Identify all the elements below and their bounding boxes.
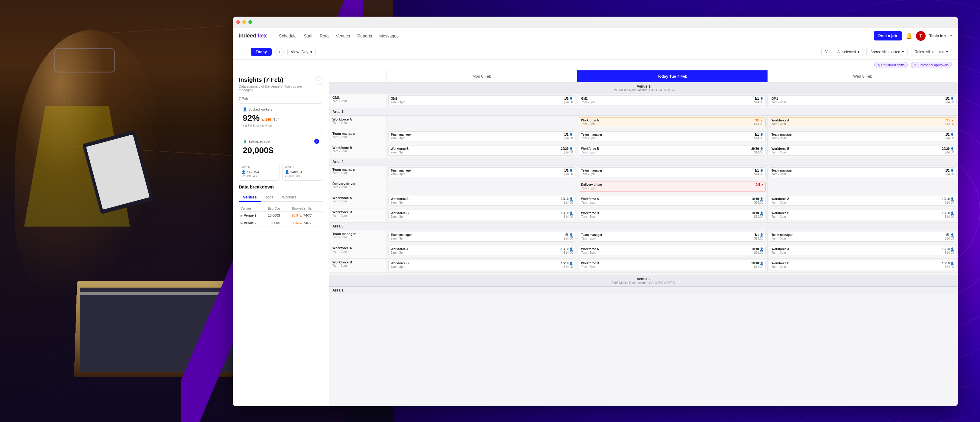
day-header-today[interactable]: Today Tue 7 Feb <box>577 70 768 82</box>
cost-info-icon[interactable]: i <box>314 139 319 144</box>
wa-area3-wed-card[interactable]: Workforce A 10/10 👤 7am - 3pm $14.00 <box>769 246 956 256</box>
post-job-button[interactable]: Post a job <box>873 31 902 40</box>
wa-area2-tue-card[interactable]: Workforce A 10/10 👤 7am - 3pm $14.00 <box>579 196 766 206</box>
dd-tue-time: 7am - 3pm <box>581 187 596 190</box>
workforce-a-tue-card[interactable]: Workforce A 3/5 ▲ 7am - 3pm $14.00 <box>579 117 766 127</box>
unfulfilled-tag-close-icon[interactable]: ✕ <box>878 63 880 67</box>
wa-area3-tue-card[interactable]: Workforce A 10/10 👤 7am - 3pm $14.00 <box>579 246 766 256</box>
wb-area2-wed-cell: Workforce B 10/10 👤 7am - 3pm $14.00 <box>768 208 958 223</box>
tm1-mon-count: 1/1 👤 <box>564 133 573 136</box>
wb-area3-tue-card[interactable]: Workforce B 10/10 👤 7am - 3pm $14.00 <box>579 260 766 270</box>
tm-area2-wed-card[interactable]: Team manager 1/1 👤 7am - 3pm $14.00 <box>769 167 956 177</box>
wb1-wed-role: Workforce B <box>772 147 789 151</box>
day-header-wed[interactable]: Wed 8 Feb <box>768 70 958 82</box>
expand-row2-icon[interactable]: ▶ <box>240 221 243 225</box>
insights-back-button[interactable]: ← <box>315 76 323 85</box>
wb-area1-tue-card[interactable]: Workforce B 29/29 👤 7am - 3pm $14.00 <box>579 146 766 155</box>
dd-area2-tue-card[interactable]: Delivery driver 0/5 ✕ 7am - 3pm <box>579 182 766 192</box>
wb-area2-tue-card[interactable]: Workforce B 10/10 👤 7am - 3pm $14.00 <box>579 210 766 220</box>
data-breakdown-title: Data breakdown <box>239 184 323 189</box>
wb1-tue-time: 7am - 3pm <box>581 151 596 154</box>
table-row[interactable]: ▶ Venue 2 10,000$ 95% ▲ 74/77 <box>239 212 323 219</box>
today-button[interactable]: Today <box>251 48 272 56</box>
venue-filter-button[interactable]: Venue: All selected ▾ <box>821 48 863 56</box>
expand-row1-icon[interactable]: ▶ <box>240 214 243 217</box>
tm1-tue-time: 7am - 3pm <box>581 136 596 140</box>
tm-area1-wed-card[interactable]: Team manager 1/1 👤 7am - 3pm $14.00 <box>769 132 956 141</box>
wa-tue-role: Workforce A <box>581 119 599 122</box>
tm3-wed-role: Team manager <box>772 233 793 236</box>
venue-row1-cost: 10,000$ <box>266 212 290 219</box>
gm1-mon-cell: GM1 1/1 👤 7am - 3pm $14.00 <box>387 94 577 108</box>
nav-reports[interactable]: Reports <box>357 32 372 40</box>
tm3-wed-count: 1/1 👤 <box>945 233 954 236</box>
nav-venues[interactable]: Venues <box>336 32 350 40</box>
wb-area1-mon-card[interactable]: Workforce B 29/29 👤 7am - 3pm $14.00 <box>388 146 575 155</box>
wa2-tue-count: 10/10 👤 <box>751 197 763 201</box>
day-headers: Mon 6 Feb Today Tue 7 Feb Wed 8 Feb <box>329 70 958 82</box>
table-row[interactable]: ▶ Venue 2 10,000$ 95% ▲ 74/77 <box>239 219 323 227</box>
tm-area3-mon-cell: Team manager 1/1 👤 7am - 3pm $14.00 <box>387 230 577 244</box>
nav-rota[interactable]: Rota <box>320 32 329 40</box>
tm-area1-tue-card[interactable]: Team manager 1/1 👤 7am - 3pm $14.00 <box>579 132 766 141</box>
label-workforce-a-area2: Workforce A 7am - 3pm <box>329 194 387 208</box>
breakdown-table: Venues Est. Cost Booked shifts ▶ Venue 2… <box>239 205 323 227</box>
tm-area2-mon-card[interactable]: Team manager 1/1 👤 7am - 3pm $14.00 <box>388 167 575 177</box>
tm3-mon-role: Team manager <box>391 233 412 236</box>
view-dropdown[interactable]: View: Day ▾ <box>287 48 315 56</box>
toolbar: ‹ Today › View: Day ▾ Venue: All selecte… <box>233 44 958 60</box>
prev-day-button[interactable]: ‹ <box>239 48 247 56</box>
wb-area3-mon-card[interactable]: Workforce B 10/10 👤 7am - 3pm $14.00 <box>388 260 575 270</box>
gm1-mon-time: 7am - 3pm <box>391 101 405 104</box>
tm-area3-wed-card[interactable]: Team manager 1/1 👤 7am - 3pm $14.00 <box>769 232 956 242</box>
wa-area2-wed-card[interactable]: Workforce A 10/10 👤 7am - 3pm $14.00 <box>769 196 956 206</box>
gm1-mon-role: GM1 <box>391 97 398 100</box>
main-content: Insights (7 Feb) Data summary of the ven… <box>233 70 958 406</box>
venue-row2-cost: 10,000$ <box>266 219 290 227</box>
nav-staff[interactable]: Staff <box>304 32 312 40</box>
tm-area1-mon-card[interactable]: Team manager 1/1 👤 7am - 3pm $14.00 <box>388 132 575 141</box>
wb-area3-wed-card[interactable]: Workforce B 10/10 👤 7am - 3pm $14.00 <box>769 260 956 270</box>
wa-area3-mon-card[interactable]: Workforce A 10/10 👤 7am - 3pm $14.00 <box>388 246 575 256</box>
tm-area2-tue-card[interactable]: Team manager 1/1 👤 7am - 3pm $14.00 <box>579 167 766 177</box>
unfulfilled-shifts-tag[interactable]: ✕ Unfulfilled shifts <box>874 62 908 68</box>
wa-area2-mon-card[interactable]: Workforce A 10/10 👤 7am - 3pm $14.00 <box>388 196 575 206</box>
timesheet-approvals-tag[interactable]: ✕ Timesheet approvals <box>911 62 952 68</box>
nav-messages[interactable]: Messages <box>379 32 399 40</box>
avatar: T <box>916 31 926 41</box>
next-day-button[interactable]: › <box>275 48 284 56</box>
gm1-mon-card[interactable]: GM1 1/1 👤 7am - 3pm $14.00 <box>388 95 575 105</box>
breakdown-tab-workers[interactable]: Workers <box>278 193 301 202</box>
wa-area3-tue-cell: Workforce A 10/10 👤 7am - 3pm $14.00 <box>577 244 768 259</box>
day-header-mon[interactable]: Mon 6 Feb <box>387 70 577 82</box>
nav-schedule[interactable]: Schedule <box>279 32 296 40</box>
tm-area3-mon-card[interactable]: Team manager 1/1 👤 7am - 3pm $14.00 <box>388 232 575 242</box>
booked-total: /154 <box>272 117 280 122</box>
venue2-area1-header: Area 1 <box>329 287 958 294</box>
breakdown-tab-venues[interactable]: Venues <box>239 193 261 202</box>
booked-badge: ▲ 146 <box>261 117 271 122</box>
wb1-tue-count: 29/29 👤 <box>751 147 763 151</box>
breakdown-tab-jobs[interactable]: Jobs <box>261 193 278 202</box>
schedule-table: Venue 1 5195 Mason Road, Atlanta, GA, 30… <box>329 82 958 294</box>
timesheet-tag-close-icon[interactable]: ✕ <box>914 63 916 67</box>
areas-filter-button[interactable]: Areas: All selected ▾ <box>866 48 908 56</box>
close-button[interactable] <box>236 20 240 24</box>
venue-row2-name: Venue 2 <box>244 221 256 225</box>
minimize-button[interactable] <box>242 20 246 24</box>
wb-area2-mon-card[interactable]: Workforce B 10/10 👤 7am - 3pm $14.00 <box>388 210 575 220</box>
tm-area3-tue-card[interactable]: Team manager 1/1 👤 7am - 3pm $14.00 <box>579 232 766 242</box>
notification-bell-icon[interactable]: 🔔 <box>906 33 912 39</box>
wb3-mon-role: Workforce B <box>391 262 409 265</box>
wb-area2-wed-card[interactable]: Workforce B 10/10 👤 7am - 3pm $14.00 <box>769 210 956 220</box>
wb1-wed-time: 7am - 3pm <box>772 151 786 154</box>
workforce-a-wed-card[interactable]: Workforce A 3/5 ▲ 7am - 3pm $14.00 <box>769 117 956 127</box>
company-dropdown-icon[interactable]: ▾ <box>950 34 952 38</box>
gm1-tue-card[interactable]: GM1 1/1 👤 7am - 3pm $14.00 <box>579 95 766 105</box>
wed8-cost: 22,000.34$ <box>285 175 321 178</box>
wb3-tue-time: 7am - 3pm <box>581 265 596 268</box>
gm1-wed-card[interactable]: GM1 1/1 👤 7am - 3pm $14.00 <box>769 95 956 105</box>
wb-area1-wed-card[interactable]: Workforce B 29/29 👤 7am - 3pm $14.00 <box>769 146 956 155</box>
roles-filter-button[interactable]: Roles: All selected ▾ <box>911 48 952 56</box>
maximize-button[interactable] <box>248 20 252 24</box>
